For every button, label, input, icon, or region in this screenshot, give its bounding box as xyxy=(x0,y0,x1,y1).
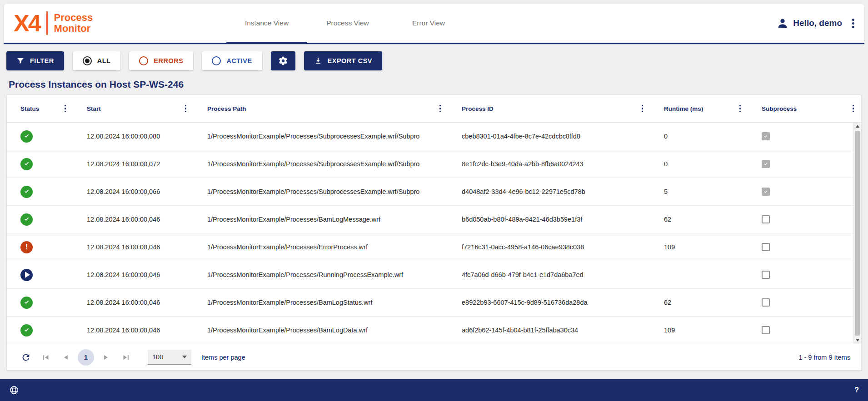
col-header-label: Process Path xyxy=(207,105,246,112)
table-row[interactable]: !12.08.2024 16:00:00,0461/ProcessMonitor… xyxy=(7,233,861,261)
column-menu-icon[interactable] xyxy=(640,103,645,114)
col-header-process-id[interactable]: Process ID xyxy=(448,95,650,122)
app-header: X4 Process Monitor Instance ViewProcess … xyxy=(4,4,864,44)
table-header-row: StatusStartProcess PathProcess IDRuntime… xyxy=(7,95,861,123)
settings-button[interactable] xyxy=(271,51,295,70)
col-header-label: Process ID xyxy=(462,105,494,112)
status-success-icon xyxy=(20,130,33,143)
next-page-button[interactable] xyxy=(98,349,114,366)
product-name: Process Monitor xyxy=(54,12,93,34)
cell-process-path: 1/ProcessMonitorExample/Processes/Subpro… xyxy=(194,150,448,178)
page-title: Process Instances on Host SP-WS-246 xyxy=(9,79,184,90)
status-success-icon xyxy=(20,297,33,309)
toolbar: FILTER ALL ERRORS ACTIVE EXPORT CSV xyxy=(6,51,382,70)
cell-start: 12.08.2024 16:00:00,046 xyxy=(73,289,194,316)
col-header-process-path[interactable]: Process Path xyxy=(194,95,448,122)
scrollbar-thumb[interactable] xyxy=(855,131,860,336)
subprocess-checkbox xyxy=(762,160,770,168)
table-row[interactable]: 12.08.2024 16:00:00,0801/ProcessMonitorE… xyxy=(7,123,861,150)
download-icon xyxy=(314,57,322,65)
cell-status xyxy=(7,206,73,233)
table-row[interactable]: 12.08.2024 16:00:00,0461/ProcessMonitorE… xyxy=(7,289,861,317)
cell-start: 12.08.2024 16:00:00,046 xyxy=(73,233,194,261)
col-header-status[interactable]: Status xyxy=(7,95,73,122)
pagination-bar: 1 100 Items per page 1 - 9 from 9 Items xyxy=(7,344,861,370)
cell-subprocess xyxy=(748,178,861,205)
table-row[interactable]: 12.08.2024 16:00:00,0721/ProcessMonitorE… xyxy=(7,150,861,178)
cell-runtime: 109 xyxy=(650,317,748,344)
status-success-icon xyxy=(20,158,33,170)
scrollbar-down-button[interactable] xyxy=(854,337,861,344)
col-header-start[interactable]: Start xyxy=(73,95,194,122)
page-number-chip[interactable]: 1 xyxy=(78,349,94,366)
globe-icon[interactable] xyxy=(9,385,19,395)
help-button[interactable]: ? xyxy=(854,386,859,394)
radio-unselected-icon xyxy=(139,56,148,65)
cell-subprocess xyxy=(748,233,861,261)
export-csv-label: EXPORT CSV xyxy=(328,57,372,64)
col-header-subprocess[interactable]: Subprocess xyxy=(748,95,861,122)
col-header-label: Status xyxy=(20,105,39,112)
table-body: 12.08.2024 16:00:00,0801/ProcessMonitorE… xyxy=(7,123,861,344)
col-header-label: Start xyxy=(87,105,101,112)
subprocess-checkbox xyxy=(762,188,770,196)
cell-runtime: 0 xyxy=(650,123,748,150)
cell-start: 12.08.2024 16:00:00,072 xyxy=(73,150,194,178)
filter-errors-label: ERRORS xyxy=(154,57,183,64)
column-menu-icon[interactable] xyxy=(738,103,743,114)
cell-runtime xyxy=(650,261,748,288)
column-menu-icon[interactable] xyxy=(851,103,856,114)
cell-subprocess xyxy=(748,261,861,288)
items-per-page-label: Items per page xyxy=(201,354,245,361)
cell-status xyxy=(7,123,73,150)
first-page-button[interactable] xyxy=(38,349,54,366)
cell-start: 12.08.2024 16:00:00,046 xyxy=(73,317,194,344)
prev-page-button[interactable] xyxy=(58,349,74,366)
tab-instance-view[interactable]: Instance View xyxy=(226,4,307,43)
filter-all-radio[interactable]: ALL xyxy=(73,51,121,70)
cell-process-id: f7216c31-0acc-4958-a146-06cae938c038 xyxy=(448,233,650,261)
export-csv-button[interactable]: EXPORT CSV xyxy=(304,51,382,70)
column-menu-icon[interactable] xyxy=(183,103,189,114)
filter-errors-radio[interactable]: ERRORS xyxy=(129,51,193,70)
page-size-select[interactable]: 100 xyxy=(148,350,191,365)
subprocess-checkbox xyxy=(762,215,770,223)
table-row[interactable]: 12.08.2024 16:00:00,0461/ProcessMonitorE… xyxy=(7,206,861,233)
filter-active-radio[interactable]: ACTIVE xyxy=(202,51,262,70)
cell-start: 12.08.2024 16:00:00,066 xyxy=(73,178,194,205)
table-row[interactable]: 12.08.2024 16:00:00,0661/ProcessMonitorE… xyxy=(7,178,861,206)
cell-process-path: 1/ProcessMonitorExample/Processes/Subpro… xyxy=(194,178,448,205)
column-menu-icon[interactable] xyxy=(438,103,443,114)
refresh-button[interactable] xyxy=(18,349,34,366)
app-footer: ? xyxy=(0,379,868,401)
scrollbar-up-button[interactable] xyxy=(854,123,861,130)
cell-runtime: 5 xyxy=(650,178,748,205)
product-line1: Process xyxy=(54,12,93,23)
cell-process-path: 1/ProcessMonitorExample/Processes/BamLog… xyxy=(194,289,448,316)
cell-process-id: d4048af2-33d4-4e96-bc12-22971e5cd78b xyxy=(448,178,650,205)
app-root: X4 Process Monitor Instance ViewProcess … xyxy=(0,0,868,401)
tab-error-view[interactable]: Error View xyxy=(388,4,469,43)
tab-process-view[interactable]: Process View xyxy=(307,4,388,43)
table-row[interactable]: 12.08.2024 16:00:00,0461/ProcessMonitorE… xyxy=(7,317,861,344)
view-tabs: Instance ViewProcess ViewError View xyxy=(226,4,469,43)
brand: X4 Process Monitor xyxy=(4,11,93,35)
brand-divider xyxy=(46,11,48,35)
filter-button-label: FILTER xyxy=(30,57,54,64)
filter-button[interactable]: FILTER xyxy=(6,51,64,70)
status-success-icon xyxy=(20,324,33,337)
cell-start: 12.08.2024 16:00:00,046 xyxy=(73,261,194,288)
subprocess-checkbox xyxy=(762,243,770,251)
cell-process-path: 1/ProcessMonitorExample/Processes/Subpro… xyxy=(194,123,448,150)
col-header-runtime-ms[interactable]: Runtime (ms) xyxy=(650,95,748,122)
vertical-scrollbar[interactable] xyxy=(853,123,861,344)
user-menu-icon[interactable] xyxy=(850,17,856,30)
column-menu-icon[interactable] xyxy=(63,103,68,114)
instances-table: StatusStartProcess PathProcess IDRuntime… xyxy=(6,94,862,371)
last-page-button[interactable] xyxy=(118,349,134,366)
filter-active-label: ACTIVE xyxy=(226,57,252,64)
subprocess-checkbox xyxy=(762,326,770,334)
play-glyph xyxy=(25,272,30,278)
x4-logo: X4 xyxy=(14,11,40,35)
table-row[interactable]: 12.08.2024 16:00:00,0461/ProcessMonitorE… xyxy=(7,261,861,289)
